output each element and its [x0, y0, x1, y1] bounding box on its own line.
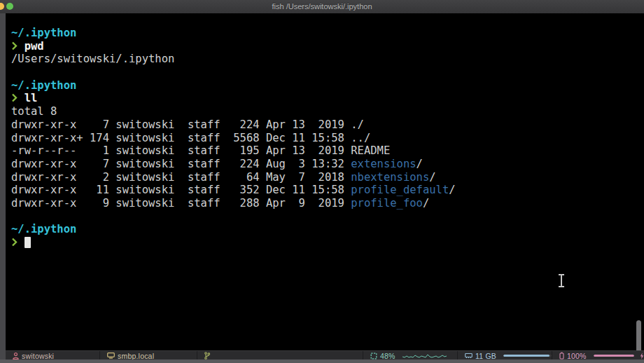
terminal-line: ll [11, 92, 644, 105]
display-icon [107, 352, 115, 359]
terminal-block-cursor [24, 237, 31, 248]
terminal-line: drwxr-xr-x 11 switowski staff 352 Dec 11… [11, 184, 644, 197]
statusbar-user-label: switowski [22, 352, 54, 360]
terminal-line: drwxr-xr-x 9 switowski staff 288 Apr 9 2… [11, 197, 644, 210]
mouse-ibeam-cursor [556, 273, 567, 289]
desktop-edge-left [0, 13, 6, 363]
battery-icon [559, 352, 564, 359]
screenshot-root: fish /Users/switowski/.ipython ~/.ipytho… [0, 0, 644, 363]
terminal-line: drwxr-xr-x 7 switowski staff 224 Apr 13 … [11, 118, 644, 132]
terminal-line: total 8 [11, 105, 644, 118]
terminal-line: drwxr-xr-x 7 switowski staff 224 Aug 3 1… [11, 158, 644, 171]
statusbar-battery-label: 100% [567, 352, 587, 360]
ram-chip-icon [465, 352, 472, 359]
terminal-line: ~/.ipython [11, 223, 644, 236]
git-branch-icon [204, 352, 210, 359]
statusbar-cpu-label: 48% [380, 352, 396, 360]
desktop-edge-bottom [0, 359, 644, 363]
scrollbar-thumb[interactable] [636, 320, 641, 350]
cpu-sparkline [402, 352, 449, 359]
cpu-chip-icon [370, 352, 377, 359]
battery-level-bar [594, 355, 634, 357]
terminal-lines: ~/.ipython pwd/Users/switowski/.ipython … [6, 13, 644, 249]
terminal-line: ~/.ipython [11, 27, 644, 40]
terminal-line [11, 66, 644, 79]
lightning-bolt-icon [640, 352, 644, 359]
memory-usage-bar [503, 355, 552, 357]
terminal-line: -rw-r--r-- 1 switowski staff 195 Apr 13 … [11, 144, 644, 158]
status-bar: switowski smbp.local 48% [6, 350, 644, 360]
terminal-viewport[interactable]: ~/.ipython pwd/Users/switowski/.ipython … [6, 13, 644, 350]
person-icon [13, 352, 19, 359]
terminal-line [11, 210, 644, 224]
window-titlebar[interactable]: fish /Users/switowski/.ipython [0, 0, 644, 14]
terminal-line: ~/.ipython [11, 79, 644, 93]
terminal-line: /Users/switowski/.ipython [11, 53, 644, 66]
terminal-line: pwd [11, 40, 644, 53]
terminal-line: drwxr-xr-x+ 174 switowski staff 5568 Dec… [11, 132, 644, 145]
statusbar-memory-label: 11 GB [475, 352, 496, 360]
terminal-line: drwxr-xr-x 2 switowski staff 64 May 7 20… [11, 171, 644, 184]
window-title: fish /Users/switowski/.ipython [0, 0, 644, 13]
statusbar-host-label: smbp.local [118, 352, 154, 360]
terminal-line [11, 236, 644, 249]
